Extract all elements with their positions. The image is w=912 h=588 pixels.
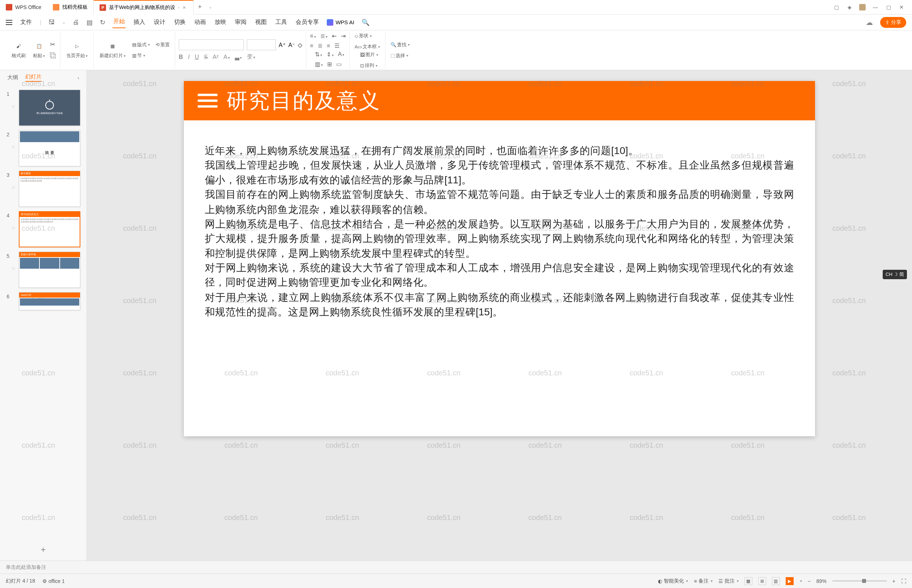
tab-menu-icon[interactable]: ▫ — [178, 5, 180, 10]
shape-button[interactable]: ◇形状▾ — [353, 32, 382, 40]
arrange-button[interactable]: ⊡排列▾ — [359, 61, 380, 69]
avatar-icon[interactable] — [859, 4, 866, 10]
cut-icon[interactable]: ✂ — [50, 40, 57, 48]
new-tab-button[interactable]: + — [194, 3, 206, 11]
menu-design[interactable]: 设计 — [153, 17, 166, 27]
add-slide-button[interactable]: + — [0, 539, 86, 561]
qa-save-icon[interactable]: 🖫 — [49, 18, 55, 26]
slide-canvas[interactable]: 研究目的及意义 近年来，网上购物系统发展迅猛，在拥有广阔发展前景的同时，也面临着… — [87, 70, 912, 561]
menu-animation[interactable]: 动画 — [194, 17, 207, 27]
increase-font-icon[interactable]: A⁺ — [279, 42, 285, 48]
superscript-icon[interactable]: A² — [213, 54, 219, 60]
new-slide-button[interactable]: ▦ 新建幻灯片▾ — [97, 41, 128, 60]
image-button[interactable]: 🖼图片▾ — [359, 51, 380, 58]
menu-member[interactable]: 会员专享 — [295, 17, 319, 27]
tab-current-doc[interactable]: P 基于Web的网上购物系统的设 ▫ ✕ — [94, 0, 194, 15]
indent-left-icon[interactable]: ⇤ — [332, 32, 337, 39]
wps-ai-button[interactable]: WPS AI — [327, 19, 354, 26]
font-color-icon[interactable]: A▾ — [224, 54, 230, 60]
share-button[interactable]: ⇪ 分享 — [880, 17, 906, 28]
close-window-button[interactable]: ✕ — [898, 4, 905, 10]
align-center-icon[interactable]: ≣ — [318, 42, 322, 49]
italic-icon[interactable]: I — [188, 54, 190, 60]
copy-icon[interactable]: ⿻ — [50, 52, 57, 60]
highlight-icon[interactable]: ▃▾ — [235, 53, 242, 60]
menu-tools[interactable]: 工具 — [275, 17, 288, 27]
menu-review[interactable]: 审阅 — [234, 17, 247, 27]
office-status[interactable]: ⚙office 1 — [42, 578, 65, 584]
align-left-icon[interactable]: ≡ — [310, 43, 313, 49]
align-justify-icon[interactable]: ☰ — [334, 42, 339, 49]
font-family-select[interactable] — [179, 39, 244, 50]
maximize-button[interactable]: ▢ — [885, 4, 892, 10]
outline-tab[interactable]: 大纲 — [7, 74, 18, 81]
file-menu[interactable]: 文件 — [19, 17, 32, 27]
notes-placeholder[interactable]: 单击此处添加备注 — [6, 564, 46, 571]
find-button[interactable]: 🔍查找▾ — [389, 41, 411, 49]
slides-tab[interactable]: 幻灯片 — [25, 73, 42, 82]
ime-indicator[interactable]: CH ☽ 简 — [883, 270, 907, 279]
menu-slideshow[interactable]: 放映 — [214, 17, 227, 27]
beautify-button[interactable]: ◐智能美化▾ — [658, 578, 688, 585]
thumb-2[interactable]: 2 ☆ 摘 要 — [0, 128, 86, 168]
bold-icon[interactable]: B — [179, 54, 183, 60]
align-text-icon[interactable]: A▾ — [338, 51, 345, 58]
tab-dropdown-icon[interactable]: ⌄ — [206, 5, 215, 10]
reset-button[interactable]: ⟲重置 — [154, 41, 171, 49]
menu-transition[interactable]: 切换 — [173, 17, 186, 27]
clear-format-icon[interactable]: ◇ — [298, 42, 302, 48]
select-button[interactable]: ⬚选择▾ — [389, 52, 411, 60]
menu-insert[interactable]: 插入 — [133, 17, 146, 27]
zoom-out-button[interactable]: − — [808, 578, 811, 584]
distribute-icon[interactable]: ⊞ — [327, 61, 332, 68]
collapse-sidebar-icon[interactable]: ‹ — [78, 74, 79, 81]
menu-hamburger-icon[interactable] — [6, 20, 12, 25]
zoom-slider[interactable] — [833, 580, 887, 582]
slide[interactable]: 研究目的及意义 近年来，网上购物系统发展迅猛，在拥有广阔发展前景的同时，也面临着… — [184, 81, 815, 436]
format-brush-button[interactable]: 🖌 格式刷 — [10, 41, 28, 60]
slideshow-dropdown[interactable]: ▾ — [800, 579, 802, 583]
slide-body[interactable]: 近年来，网上购物系统发展迅猛，在拥有广阔发展前景的同时，也面临着许许多多的问题[… — [184, 120, 815, 343]
text-direction-icon[interactable]: ⇅▾ — [315, 51, 322, 58]
align-right-icon[interactable]: ≡ — [327, 43, 330, 49]
tab-wps-home[interactable]: WPS Office — [0, 0, 47, 15]
thumb-3[interactable]: 3 ☆ 研究背景文本内容文本内容文本内容文本内容文本内容文本内容文本内容文本内容… — [0, 168, 86, 209]
sorter-view-button[interactable]: ⊞ — [758, 577, 766, 585]
menu-start[interactable]: 开始 — [113, 16, 126, 28]
qa-undo-dropdown[interactable]: ⌄ — [62, 20, 65, 24]
start-current-button[interactable]: ▷ 当页开始▾ — [64, 41, 90, 60]
qa-print-icon[interactable]: 🖨 — [73, 18, 79, 26]
text-effect-icon[interactable]: 变▾ — [247, 53, 255, 61]
minimize-button[interactable]: — — [872, 4, 879, 10]
decrease-font-icon[interactable]: A⁻ — [288, 42, 295, 48]
reading-view-button[interactable]: ▥ — [772, 577, 780, 585]
cloud-icon[interactable]: ☁ — [866, 18, 873, 27]
review-button[interactable]: ☰批注▾ — [718, 578, 739, 585]
bullets-icon[interactable]: ≡▾ — [310, 33, 316, 39]
fit-window-button[interactable]: ⛶ — [901, 578, 906, 584]
line-spacing-icon[interactable]: ⇕▾ — [326, 51, 334, 58]
search-icon[interactable]: 🔍 — [361, 18, 369, 26]
underline-icon[interactable]: U — [195, 54, 199, 60]
cube-icon[interactable]: ◈ — [846, 4, 853, 10]
layout-button[interactable]: ▤版式▾ — [131, 41, 151, 49]
zoom-knob[interactable] — [862, 579, 866, 583]
menu-view[interactable]: 视图 — [254, 17, 267, 27]
close-tab-icon[interactable]: ✕ — [182, 5, 188, 10]
remark-button[interactable]: ≡备注▾ — [694, 578, 712, 585]
app-window-icon[interactable]: ▢ — [833, 4, 840, 10]
qa-preview-icon[interactable]: ▤ — [86, 18, 92, 26]
indent-right-icon[interactable]: ⇥ — [341, 32, 346, 39]
textbox-button[interactable]: A▭文本框▾ — [353, 43, 382, 51]
columns-icon[interactable]: ▥▾ — [315, 61, 323, 68]
zoom-in-button[interactable]: + — [893, 578, 895, 584]
convert-icon[interactable]: ▭ — [336, 61, 342, 68]
qa-redo-icon[interactable]: ↻ — [100, 18, 105, 26]
numbering-icon[interactable]: ≣▾ — [320, 32, 327, 39]
strike-icon[interactable]: S̶ — [204, 53, 208, 60]
normal-view-button[interactable]: ▦ — [744, 577, 752, 585]
zoom-level[interactable]: 89% — [816, 578, 826, 584]
thumb-5[interactable]: 5 ☆ 系统开发环境 — [0, 250, 86, 290]
font-size-select[interactable] — [247, 39, 276, 50]
thumb-6[interactable]: 6 Java介绍 — [0, 290, 86, 312]
